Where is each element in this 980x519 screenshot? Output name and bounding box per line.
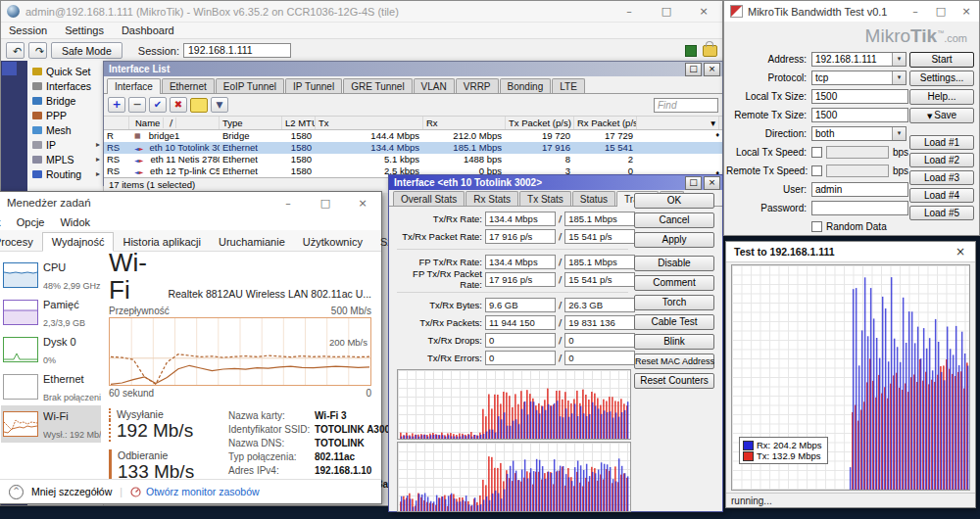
bandwidth-test-titlebar[interactable]: MikroTik Bandwidth Test v0.1 – □ ×: [724, 1, 979, 22]
sidebar-item-bridge[interactable]: Bridge: [27, 93, 103, 108]
maximize-icon[interactable]: □: [928, 1, 954, 22]
find-input[interactable]: [654, 98, 718, 113]
comment-icon[interactable]: [190, 98, 208, 113]
torch-button[interactable]: Torch: [634, 295, 714, 310]
local-tx-size-input[interactable]: [811, 89, 908, 104]
tab-vlan[interactable]: VLAN: [414, 78, 455, 93]
tab-status[interactable]: Status: [572, 191, 615, 206]
tab-ethernet[interactable]: Ethernet: [162, 78, 215, 93]
remote-tx-speed-checkbox[interactable]: [811, 165, 822, 176]
load1-button[interactable]: Load #1: [909, 135, 974, 150]
sidebar-item-ppp[interactable]: PPP: [27, 108, 103, 122]
reset-mac-address-button[interactable]: Reset MAC Address: [634, 354, 714, 369]
redo-button[interactable]: ↷: [28, 42, 47, 59]
tab-lte[interactable]: LTE: [552, 78, 585, 93]
address-combo[interactable]: 192.168.1.111▾: [811, 52, 906, 67]
less-details-button[interactable]: Mniej szczegółów: [31, 486, 112, 497]
random-data-checkbox[interactable]: [811, 221, 822, 232]
rx-drops-field[interactable]: 0: [564, 333, 635, 348]
tx-rate-field[interactable]: 134.4 Mbps: [485, 212, 556, 226]
fp-tx-packet-rate-field[interactable]: 17 916 p/s: [485, 272, 556, 287]
minimize-icon[interactable]: –: [611, 1, 648, 22]
start-button[interactable]: Start: [909, 52, 974, 68]
sidebar-item-pamiec[interactable]: Pamięć2,3/3,9 GB: [1, 294, 101, 331]
col-l2mtu[interactable]: L2 MTU: [282, 117, 316, 129]
maximize-icon[interactable]: □: [307, 193, 344, 213]
minimize-icon[interactable]: –: [270, 193, 307, 213]
tx-errors-field[interactable]: 0: [485, 351, 556, 365]
tab-procesy[interactable]: Procesy: [0, 233, 42, 251]
sidebar-item-routing[interactable]: Routing ▸: [27, 166, 103, 181]
save-button[interactable]: ▼Save: [909, 108, 974, 123]
tab-eoip-tunnel[interactable]: EoIP Tunnel: [216, 78, 284, 93]
rx-rate-field[interactable]: 185.1 Mbps: [564, 212, 635, 226]
close-icon[interactable]: ×: [954, 1, 979, 22]
maximize-icon[interactable]: □: [685, 63, 702, 76]
undo-button[interactable]: ↶: [6, 42, 24, 59]
fp-rx-packet-rate-field[interactable]: 15 541 p/s: [564, 272, 635, 287]
fp-tx-rate-field[interactable]: 134.4 Mbps: [485, 255, 556, 269]
load5-button[interactable]: Load #5: [909, 206, 974, 220]
local-tx-speed-checkbox[interactable]: [811, 147, 822, 158]
sidebar-item-cpu[interactable]: CPU48% 2,99 GHz: [1, 257, 101, 294]
remove-button[interactable]: −: [128, 97, 146, 113]
settings-button[interactable]: Settings...: [909, 71, 974, 86]
vertical-scrollbar[interactable]: ♦♦: [715, 131, 720, 176]
tab-gre-tunnel[interactable]: GRE Tunnel: [343, 78, 412, 93]
tab-vrrp[interactable]: VRRP: [456, 78, 499, 93]
menu-plik[interactable]: Plik: [0, 216, 1, 228]
sidebar-item-ethernet[interactable]: EthernetBrak połączenia: [1, 368, 101, 405]
session-value[interactable]: 192.168.1.111: [183, 43, 291, 58]
menu-widok[interactable]: Widok: [60, 216, 90, 228]
tab-tx-stats[interactable]: Tx Stats: [519, 191, 571, 206]
collapse-details-icon[interactable]: ^: [9, 485, 24, 499]
sidebar-item-dysk[interactable]: Dysk 00%: [1, 331, 101, 368]
apply-button[interactable]: Apply: [634, 232, 714, 248]
maximize-icon[interactable]: □: [648, 1, 685, 22]
close-icon[interactable]: ×: [704, 176, 720, 190]
open-resource-monitor-link[interactable]: Otwórz monitor zasobów: [130, 486, 260, 497]
maximize-icon[interactable]: □: [685, 176, 702, 190]
sidebar-item-interfaces[interactable]: Interfaces: [27, 78, 103, 93]
table-row[interactable]: R ▦bridge1 Bridge 1580 144.4 Mbps 212.0 …: [104, 130, 722, 142]
table-row[interactable]: RS ◄►eth 11 Netis 2780 Ethernet 1580 5.1…: [104, 154, 722, 165]
reset-counters-button[interactable]: Reset Counters: [634, 373, 714, 389]
add-button[interactable]: +: [108, 97, 125, 113]
filter-icon[interactable]: ▼: [211, 97, 228, 113]
tab-interface[interactable]: Interface: [107, 78, 161, 94]
ok-button[interactable]: OK: [634, 193, 714, 209]
col-tx-packet[interactable]: Tx Packet (p/s): [506, 117, 574, 129]
disable-button[interactable]: Disable: [634, 256, 714, 271]
cancel-button[interactable]: Cancel: [634, 212, 714, 228]
close-icon[interactable]: ×: [704, 63, 720, 76]
tab-wydajnosc[interactable]: Wydajność: [42, 232, 115, 252]
col-tx[interactable]: Tx: [316, 117, 423, 129]
menu-settings[interactable]: Settings: [65, 24, 104, 36]
help-button[interactable]: Help...: [909, 89, 974, 105]
tab-overall-stats[interactable]: Overall Stats: [393, 191, 465, 206]
sidebar-item-quick-set[interactable]: Quick Set: [27, 64, 103, 78]
rx-bytes-field[interactable]: 26.3 GB: [564, 298, 635, 312]
load2-button[interactable]: Load #2: [909, 153, 974, 167]
comment-button[interactable]: Comment: [634, 275, 714, 291]
rx-packets-field[interactable]: 19 831 136: [564, 315, 635, 330]
sidebar-collapse-icon[interactable]: [2, 62, 17, 75]
direction-combo[interactable]: both▾: [811, 126, 906, 141]
minimize-icon[interactable]: –: [903, 1, 928, 22]
rx-packet-rate-field[interactable]: 15 541 p/s: [564, 229, 635, 244]
enable-button[interactable]: ✔: [149, 97, 167, 113]
tx-drops-field[interactable]: 0: [485, 333, 556, 348]
col-rx[interactable]: Rx: [423, 117, 506, 129]
tx-bytes-field[interactable]: 9.6 GB: [485, 298, 556, 312]
password-input[interactable]: [811, 201, 908, 215]
protocol-combo[interactable]: tcp▾: [811, 71, 906, 85]
tx-packet-rate-field[interactable]: 17 916 p/s: [485, 229, 556, 244]
tab-ip-tunnel[interactable]: IP Tunnel: [285, 78, 342, 93]
interface-dialog-titlebar[interactable]: Interface <eth 10 Totolink 3002> □ ×: [389, 175, 722, 190]
test-window-titlebar[interactable]: Test to 192.168.1.111 ×: [726, 242, 975, 262]
user-input[interactable]: [811, 182, 908, 197]
load3-button[interactable]: Load #3: [909, 170, 974, 185]
close-icon[interactable]: ×: [685, 1, 722, 22]
sidebar-item-mpls[interactable]: MPLS ▸: [27, 152, 103, 166]
disable-button[interactable]: ✖: [170, 97, 187, 113]
